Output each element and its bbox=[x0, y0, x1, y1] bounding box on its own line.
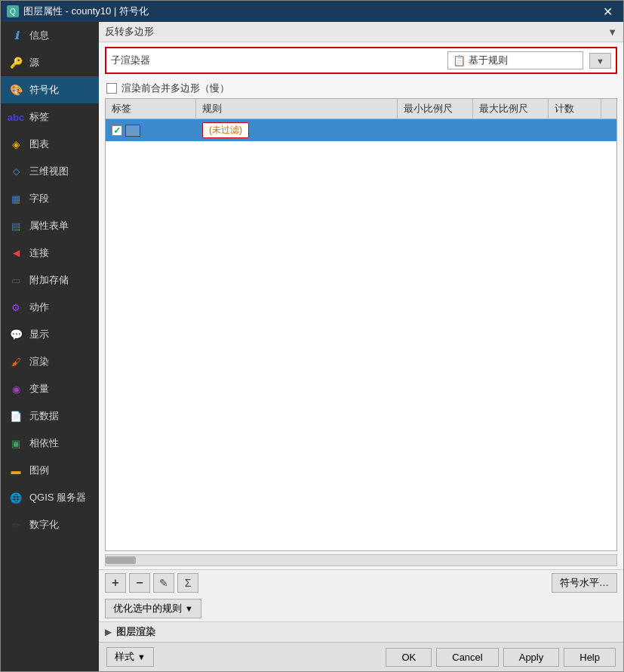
style-arrow: ▼ bbox=[137, 652, 146, 661]
remove-rule-button[interactable]: − bbox=[129, 573, 150, 593]
scrollbar-thumb[interactable] bbox=[106, 556, 136, 564]
bottom-toolbar: + − ✎ Σ 符号水平… bbox=[99, 569, 623, 596]
sidebar-item-digit[interactable]: ✏ 数字化 bbox=[1, 511, 99, 538]
sidebar-item-qgis[interactable]: 🌐 QGIS 服务器 bbox=[1, 484, 99, 511]
sidebar-label-source: 源 bbox=[29, 56, 39, 69]
close-button[interactable]: ✕ bbox=[598, 3, 617, 20]
sidebar-item-symbology[interactable]: 🎨 符号化 bbox=[1, 76, 99, 103]
sidebar-label-render: 渲染 bbox=[29, 355, 49, 368]
edit-rule-button[interactable]: ✎ bbox=[153, 573, 174, 593]
table-header: 标签 规则 最小比例尺 最大比例尺 计数 bbox=[106, 99, 616, 119]
merge-checkbox[interactable] bbox=[106, 83, 117, 94]
style-button[interactable]: 样式 ▼ bbox=[106, 647, 154, 667]
renderer-value-container[interactable]: 📋 基于规则 bbox=[447, 51, 583, 69]
th-min: 最小比例尺 bbox=[398, 99, 473, 119]
edit-icon: ✎ bbox=[159, 577, 168, 589]
sidebar-label-3dview: 三维视图 bbox=[29, 165, 69, 178]
ok-button[interactable]: OK bbox=[386, 648, 432, 667]
add-rule-button[interactable]: + bbox=[105, 573, 126, 593]
variable-icon: ◉ bbox=[8, 381, 23, 396]
depend-icon: ▣ bbox=[8, 436, 23, 451]
th-label: 标签 bbox=[106, 99, 196, 119]
sidebar-item-labels[interactable]: abc 标签 bbox=[1, 103, 99, 131]
layer-render-arrow[interactable]: ▶ bbox=[105, 627, 112, 637]
sidebar-item-render[interactable]: 🖌 渲染 bbox=[1, 348, 99, 375]
digit-icon: ✏ bbox=[8, 517, 23, 532]
sidebar-item-attach[interactable]: ▭ 附加存储 bbox=[1, 267, 99, 294]
help-button[interactable]: Help bbox=[564, 648, 616, 667]
display-icon: 💬 bbox=[8, 327, 23, 342]
app-icon: Q bbox=[7, 5, 19, 17]
renderer-label: 子渲染器 bbox=[111, 54, 171, 67]
main-content: ℹ 信息 🔑 源 🎨 符号化 abc 标签 ◈ 图表 ◇ 三维视图 bbox=[1, 22, 623, 671]
sidebar-label-fields: 字段 bbox=[29, 192, 49, 205]
sidebar-label-variable: 变量 bbox=[29, 382, 49, 396]
row-checkbox[interactable]: ✓ bbox=[112, 125, 122, 136]
charts-icon: ◈ bbox=[8, 137, 23, 152]
renderer-dropdown-arrow: ▼ bbox=[596, 57, 604, 66]
th-count: 计数 bbox=[549, 99, 601, 119]
layer-properties-window: Q 图层属性 - county10 | 符号化 ✕ ℹ 信息 🔑 源 🎨 符号化… bbox=[0, 0, 624, 672]
sidebar-item-attrtable[interactable]: ▤ 属性表单 bbox=[1, 212, 99, 239]
source-icon: 🔑 bbox=[8, 55, 23, 70]
apply-button[interactable]: Apply bbox=[503, 648, 560, 667]
renderer-icon: 📋 bbox=[453, 54, 466, 66]
td-max bbox=[488, 128, 564, 134]
renderer-section: 子渲染器 📋 基于规则 ▼ bbox=[105, 47, 617, 74]
td-label: ✓ bbox=[106, 122, 196, 140]
td-count bbox=[564, 128, 616, 134]
attach-icon: ▭ bbox=[8, 273, 23, 288]
merge-row: 渲染前合并多边形（慢） bbox=[99, 79, 623, 98]
toolbar-label: 反转多边形 bbox=[105, 25, 604, 39]
sidebar-item-connect[interactable]: ◀ 连接 bbox=[1, 239, 99, 267]
footer-buttons: OK Cancel Apply Help bbox=[386, 648, 616, 667]
cancel-button[interactable]: Cancel bbox=[436, 648, 498, 667]
toolbar-dropdown-arrow[interactable]: ▼ bbox=[607, 26, 617, 38]
sidebar-label-charts: 图表 bbox=[29, 137, 49, 151]
qgis-icon: 🌐 bbox=[8, 490, 23, 505]
optimize-button[interactable]: 优化选中的规则 ▼ bbox=[105, 599, 201, 618]
optimize-arrow: ▼ bbox=[185, 604, 193, 613]
sidebar-item-3dview[interactable]: ◇ 三维视图 bbox=[1, 158, 99, 185]
render-icon: 🖌 bbox=[8, 354, 23, 369]
horizontal-scrollbar[interactable] bbox=[105, 554, 617, 566]
sidebar-item-fields[interactable]: ▦ 字段 bbox=[1, 185, 99, 212]
table-row[interactable]: ✓ (未过滤) bbox=[106, 119, 616, 141]
sidebar-item-legend[interactable]: ▬ 图例 bbox=[1, 457, 99, 484]
symbology-icon: 🎨 bbox=[8, 82, 23, 97]
optimize-row: 优化选中的规则 ▼ bbox=[99, 596, 623, 621]
sidebar-item-action[interactable]: ⚙ 动作 bbox=[1, 294, 99, 321]
sidebar-item-meta[interactable]: 📄 元数据 bbox=[1, 402, 99, 430]
sidebar-label-attach: 附加存储 bbox=[29, 273, 69, 287]
action-icon: ⚙ bbox=[8, 300, 23, 315]
sidebar-label-digit: 数字化 bbox=[29, 518, 59, 532]
sidebar-item-display[interactable]: 💬 显示 bbox=[1, 321, 99, 348]
style-label: 样式 bbox=[115, 650, 134, 664]
color-swatch[interactable] bbox=[125, 125, 140, 137]
td-min bbox=[413, 128, 488, 134]
sidebar-item-source[interactable]: 🔑 源 bbox=[1, 49, 99, 76]
sidebar-label-legend: 图例 bbox=[29, 464, 49, 477]
merge-label: 渲染前合并多边形（慢） bbox=[121, 82, 229, 95]
fields-icon: ▦ bbox=[8, 191, 23, 206]
symbol-level-button[interactable]: 符号水平… bbox=[552, 573, 617, 593]
sidebar-label-connect: 连接 bbox=[29, 246, 49, 260]
title-bar: Q 图层属性 - county10 | 符号化 ✕ bbox=[1, 1, 623, 22]
add-icon: + bbox=[112, 576, 118, 590]
remove-icon: − bbox=[136, 576, 143, 590]
sidebar-label-depend: 相依性 bbox=[29, 436, 59, 450]
renderer-dropdown-btn[interactable]: ▼ bbox=[589, 53, 611, 69]
th-extra bbox=[601, 99, 616, 119]
sigma-button[interactable]: Σ bbox=[177, 573, 198, 593]
sidebar-item-variable[interactable]: ◉ 变量 bbox=[1, 375, 99, 402]
sidebar-label-attrtable: 属性表单 bbox=[29, 219, 69, 233]
footer: 样式 ▼ OK Cancel Apply Help bbox=[99, 642, 623, 671]
sidebar-label-action: 动作 bbox=[29, 301, 49, 314]
sidebar-item-charts[interactable]: ◈ 图表 bbox=[1, 131, 99, 158]
sidebar-item-depend[interactable]: ▣ 相依性 bbox=[1, 430, 99, 457]
layer-render-label: 图层渲染 bbox=[116, 625, 155, 639]
sidebar-item-info[interactable]: ℹ 信息 bbox=[1, 22, 99, 49]
sidebar-label-display: 显示 bbox=[29, 328, 49, 341]
sidebar-label-qgis: QGIS 服务器 bbox=[29, 491, 86, 504]
sidebar-label-info: 信息 bbox=[29, 29, 49, 42]
